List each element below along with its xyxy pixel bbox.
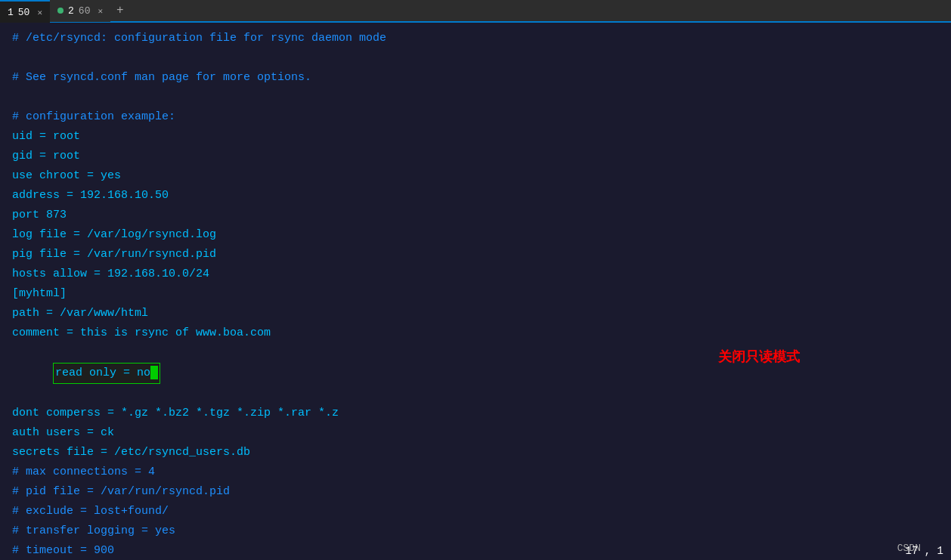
code-line-2 xyxy=(12,48,939,68)
tab-2-close[interactable]: ✕ xyxy=(98,6,103,16)
annotation-label: 关闭只读模式 xyxy=(718,348,800,366)
tab-1-close[interactable]: ✕ xyxy=(37,8,42,17)
code-line-4 xyxy=(12,88,939,107)
code-line-20: secrets file = /etc/rsyncd_users.db xyxy=(12,443,939,463)
code-line-9: address = 192.168.10.50 xyxy=(12,186,939,206)
code-line-22: # pid file = /var/run/rsyncd.pid xyxy=(12,482,939,502)
code-line-11: log file = /var/log/rsyncd.log xyxy=(12,225,939,245)
code-line-24: # transfer logging = yes xyxy=(12,521,939,541)
tab-2-filename: 60 xyxy=(79,5,91,17)
code-line-16: comment = this is rsync of www.boa.com xyxy=(12,323,939,343)
tab-1[interactable]: 1 50 ✕ xyxy=(0,0,50,23)
tab-2-number: 2 xyxy=(68,5,74,17)
code-line-14: [myhtml] xyxy=(12,284,939,304)
code-line-17[interactable]: read only = no xyxy=(12,343,939,404)
col-number: 1 xyxy=(937,545,943,557)
code-line-1: # /etc/rsyncd: configuration file for rs… xyxy=(12,29,939,48)
line-col-separator: , xyxy=(925,545,931,557)
code-line-6: uid = root xyxy=(12,127,939,147)
tab-add-button[interactable]: + xyxy=(110,0,130,22)
tab-1-number: 1 xyxy=(8,7,14,18)
code-line-13: hosts allow = 192.168.10.0/24 xyxy=(12,265,939,284)
editor-area: # /etc/rsyncd: configuration file for rs… xyxy=(0,23,951,560)
tab-2-dot xyxy=(57,8,64,14)
code-line-7: gid = root xyxy=(12,147,939,166)
code-line-23: # exclude = lost+found/ xyxy=(12,502,939,521)
code-line-21: # max connections = 4 xyxy=(12,463,939,482)
tab-1-filename: 50 xyxy=(18,7,30,18)
code-line-5: # configuration example: xyxy=(12,107,939,127)
code-line-12: pig file = /var/run/rsyncd.pid xyxy=(12,245,939,265)
line-number: 17 xyxy=(906,545,918,557)
highlight-read-only: read only = no xyxy=(53,363,160,384)
tab-bar: 1 50 ✕ 2 60 ✕ + xyxy=(0,0,951,23)
code-line-10: port 873 xyxy=(12,206,939,225)
code-content: # /etc/rsyncd: configuration file for rs… xyxy=(0,29,951,560)
code-line-15: path = /var/www/html xyxy=(12,304,939,323)
tab-2[interactable]: 2 60 ✕ xyxy=(50,0,110,22)
code-line-8: use chroot = yes xyxy=(12,166,939,186)
code-line-19: auth users = ck xyxy=(12,423,939,443)
code-line-18: dont comperss = *.gz *.bz2 *.tgz *.zip *… xyxy=(12,404,939,423)
code-line-3: # See rsyncd.conf man page for more opti… xyxy=(12,68,939,88)
code-line-25: # timeout = 900 xyxy=(12,541,939,560)
cursor xyxy=(150,366,158,379)
line-col-indicator: 17 , 1 xyxy=(906,545,943,557)
